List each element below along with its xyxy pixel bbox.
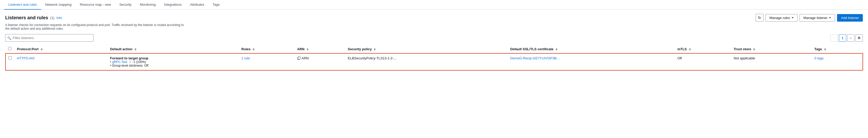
row-checkbox[interactable] (8, 56, 12, 60)
sort-up-icon (252, 48, 255, 49)
filter-listeners-wrap: 🔍 (5, 34, 94, 42)
col-header-security-policy: Security policy (345, 45, 507, 53)
tab-tags[interactable]: Tags (208, 0, 224, 10)
pagination-prev-button[interactable]: ‹ (831, 34, 838, 42)
gear-icon: ⚙ (858, 36, 861, 40)
sort-up-icon (824, 48, 826, 49)
col-header-tags: Tags (812, 45, 863, 53)
col-header-default-action: Default action (107, 45, 239, 53)
col-header-arn: ARN (294, 45, 345, 53)
arn-label: ARN (302, 56, 309, 60)
bullet-item-1: • gRPC-Test ↗ : 1 (100%) (110, 60, 236, 64)
tab-security[interactable]: Security (115, 0, 136, 10)
tab-attributes[interactable]: Attributes (186, 0, 209, 10)
tags-sort-icon[interactable] (824, 48, 826, 51)
pagination-next-button[interactable]: › (847, 34, 855, 42)
ssl-sort-icon[interactable] (555, 48, 558, 51)
sort-up-icon (689, 48, 691, 49)
mtls-sort-icon[interactable] (689, 48, 691, 51)
manage-rules-button[interactable]: Manage rules (766, 14, 798, 22)
security-policy-cell: ELBSecurityPolicy-TLS13-1-2-... (345, 53, 507, 70)
copy-icon[interactable] (297, 56, 301, 60)
listeners-table-wrap: Protocol:Port Default action (5, 45, 863, 70)
add-listener-label: Add listener (841, 16, 859, 20)
listeners-count-badge: (1) (50, 16, 54, 20)
add-listener-button[interactable]: Add listener (837, 14, 863, 22)
pagination-settings-button[interactable]: ⚙ (856, 34, 863, 42)
bullet-item-2: • Group-level stickiness: Off (110, 64, 236, 67)
header-left: Listeners and rules (1) Info (5, 15, 62, 21)
col-header-ssl-cert: Default SSL/TLS certificate (507, 45, 675, 53)
filter-listeners-input[interactable] (5, 34, 94, 42)
bullet-icon-1: • (110, 60, 111, 64)
tab-integrations[interactable]: Integrations (160, 0, 186, 10)
bullet1-suffix: : 1 (100%) (131, 60, 146, 64)
forward-label: Forward to target group (110, 56, 236, 60)
tab-monitoring[interactable]: Monitoring (136, 0, 160, 10)
select-all-checkbox[interactable] (8, 47, 11, 50)
table-row: HTTPS:443 Forward to target group • gRPC… (5, 53, 863, 70)
bullet2-text: • Group-level stickiness: Off (110, 64, 148, 67)
main-content: Listeners and rules (1) Info ↻ Manage ru… (0, 10, 868, 75)
arn-sort-icon[interactable] (307, 48, 309, 51)
col-header-mtls: mTLS (675, 45, 731, 53)
protocol-port-link[interactable]: HTTPS:443 (17, 56, 35, 60)
pagination-row: ‹ 1 › ⚙ (831, 34, 863, 42)
sort-up-icon (753, 48, 755, 49)
pagination-next-icon: › (850, 36, 851, 40)
sort-down-icon (252, 50, 255, 51)
tags-link[interactable]: 0 tags (814, 56, 824, 60)
manage-listener-label: Manage listener (804, 16, 828, 20)
table-header-row: Protocol:Port Default action (5, 45, 863, 53)
arn-cell: ARN (294, 53, 345, 70)
ssl-cert-cell: DemoG-Recip-GE7YUIVGP3B-... (507, 53, 675, 70)
col-header-rules: Rules (239, 45, 294, 53)
sort-down-icon (555, 50, 558, 51)
refresh-button[interactable]: ↻ (756, 14, 764, 22)
tab-network-mapping[interactable]: Network mapping (41, 0, 76, 10)
rules-sort-icon[interactable] (252, 48, 255, 51)
security-policy-value: ELBSecurityPolicy-TLS13-1-2-... (348, 56, 396, 60)
default-action-cell: Forward to target group • gRPC-Test ↗ : … (107, 53, 239, 70)
ssl-cert-link[interactable]: DemoG-Recip-GE7YUIVGP3B-... (510, 56, 560, 60)
trust-store-value: Not applicable (734, 56, 755, 60)
external-link-icon: ↗ (129, 61, 131, 63)
header-right: ↻ Manage rules Manage listener Add liste… (756, 14, 863, 22)
manage-rules-chevron-icon (792, 17, 794, 19)
tabs-bar: Listeners and rules Network mapping Reso… (0, 0, 868, 10)
manage-rules-label: Manage rules (770, 16, 790, 20)
trust-store-cell: Not applicable (731, 53, 812, 70)
header-row: Listeners and rules (1) Info ↻ Manage ru… (5, 14, 863, 22)
protocol-port-sort-icon[interactable] (40, 48, 43, 51)
tab-resource-map[interactable]: Resource map - new (76, 0, 115, 10)
mtls-cell: Off (675, 53, 731, 70)
col-header-trust-store: Trust store (731, 45, 812, 53)
security-policy-sort-icon[interactable] (374, 48, 376, 51)
trust-store-sort-icon[interactable] (753, 48, 755, 51)
rules-link[interactable]: 1 rule (241, 56, 250, 60)
sort-down-icon (753, 50, 755, 51)
col-header-protocol-port: Protocol:Port (14, 45, 107, 53)
default-action-sort-icon[interactable] (134, 48, 136, 51)
row-checkbox-cell (5, 53, 14, 70)
sort-down-icon (824, 50, 826, 51)
mtls-value: Off (677, 56, 682, 60)
sort-down-icon (689, 50, 691, 51)
sort-up-icon (374, 48, 376, 49)
sort-up-icon (555, 48, 558, 49)
protocol-port-cell: HTTPS:443 (14, 53, 107, 70)
svg-rect-1 (298, 57, 300, 59)
sort-down-icon (134, 50, 136, 51)
tab-listeners[interactable]: Listeners and rules (4, 0, 41, 10)
tags-cell: 0 tags (812, 53, 863, 70)
pagination-prev-icon: ‹ (834, 36, 835, 40)
info-link[interactable]: Info (56, 16, 62, 20)
sort-down-icon (307, 50, 309, 51)
sort-up-icon (307, 48, 309, 49)
rules-cell: 1 rule (239, 53, 294, 70)
sort-up-icon (134, 48, 136, 49)
page-title: Listeners and rules (5, 15, 48, 21)
grpc-test-link[interactable]: gRPC-Test (112, 60, 127, 64)
manage-listener-button[interactable]: Manage listener (800, 14, 835, 22)
manage-listener-chevron-icon (829, 17, 831, 19)
